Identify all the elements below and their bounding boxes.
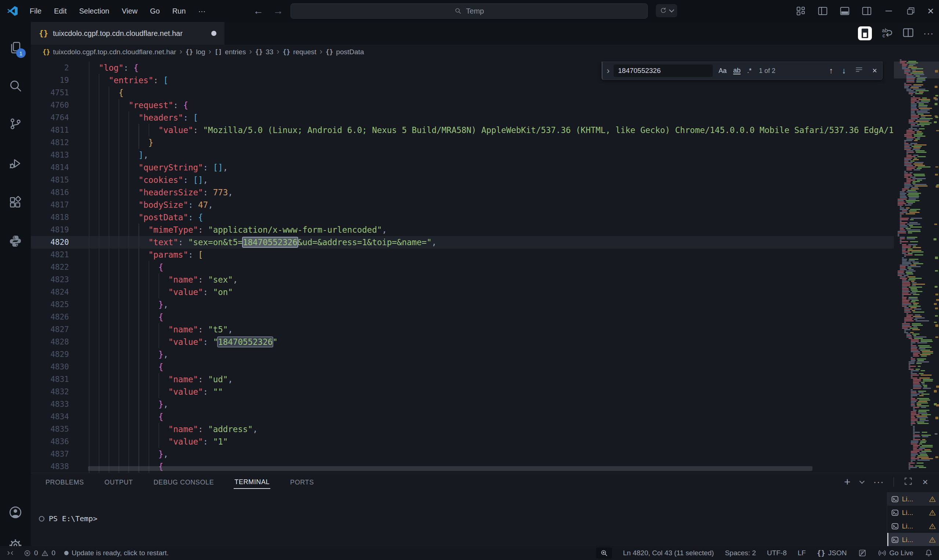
activity-source-control[interactable]: [0, 108, 31, 139]
activity-run-debug[interactable]: [0, 148, 31, 179]
code-line-4826[interactable]: 4826 {: [31, 311, 894, 323]
update-status[interactable]: Update is ready, click to restart.: [64, 549, 169, 557]
code-line-4811[interactable]: 4811 "value": "Mozilla/5.0 (Linux; Andro…: [31, 124, 894, 136]
line-number[interactable]: 4814: [31, 161, 69, 174]
toggle-sidebar-icon[interactable]: [817, 6, 828, 17]
line-number[interactable]: 4751: [31, 86, 69, 99]
line-number[interactable]: 4820: [31, 236, 69, 248]
toggle-secondary-sidebar-icon[interactable]: [861, 6, 872, 17]
menu-[interactable]: ···: [192, 5, 212, 18]
code-line-4829[interactable]: 4829 },: [31, 348, 894, 361]
menu-view[interactable]: View: [116, 5, 144, 18]
nav-forward-icon[interactable]: →: [273, 5, 283, 17]
breadcrumb-item[interactable]: {}33: [255, 48, 274, 56]
code-line-4816[interactable]: 4816 "headersSize": 773,: [31, 186, 894, 198]
code-line-4820[interactable]: 4820 "text": "sex=on&t5=18470552326&ud=&…: [31, 236, 894, 248]
code-line-4824[interactable]: 4824 "value": "on": [31, 286, 894, 298]
code-line-4830[interactable]: 4830 {: [31, 361, 894, 373]
line-number[interactable]: 4811: [31, 124, 69, 136]
panel-tab-problems[interactable]: PROBLEMS: [45, 476, 85, 489]
code-line-4813[interactable]: 4813 ],: [31, 149, 894, 161]
code-line-4817[interactable]: 4817 "bodySize": 47,: [31, 198, 894, 211]
line-number[interactable]: 4815: [31, 174, 69, 186]
line-number[interactable]: 4823: [31, 274, 69, 286]
breadcrumb-item[interactable]: {}postData: [326, 48, 364, 56]
code-line-4836[interactable]: 4836 "value": "1": [31, 435, 894, 448]
find-input[interactable]: 18470552326: [614, 65, 713, 77]
line-number[interactable]: 4824: [31, 286, 69, 298]
editor-more-actions-icon[interactable]: ···: [923, 28, 934, 39]
code-line-4814[interactable]: 4814 "queryString": [],: [31, 161, 894, 174]
language-status[interactable]: {} JSON: [817, 549, 847, 557]
line-number[interactable]: 4827: [31, 323, 69, 336]
editor-pane[interactable]: 2 "log": {19 "entries": [4751 {4760 "req…: [31, 59, 894, 473]
find-in-selection-icon[interactable]: [855, 65, 863, 76]
tab-modified-dot[interactable]: [211, 31, 216, 36]
whole-word-icon[interactable]: ab: [733, 67, 740, 74]
code-line-4835[interactable]: 4835 "name": "address",: [31, 423, 894, 435]
window-close-icon[interactable]: ×: [927, 5, 934, 17]
activity-extensions[interactable]: [0, 187, 31, 218]
custom-editor-toggle-icon[interactable]: [858, 26, 872, 40]
toggle-replace-chevron-icon[interactable]: ›: [603, 66, 614, 76]
terminal-list-item[interactable]: Li...: [887, 519, 939, 533]
panel-tab-terminal[interactable]: TERMINAL: [234, 475, 270, 489]
terminal-dropdown-chevron-icon[interactable]: [859, 478, 865, 484]
line-number[interactable]: 4829: [31, 348, 69, 361]
eol-status[interactable]: LF: [798, 549, 806, 557]
line-number[interactable]: 4764: [31, 111, 69, 124]
code-line-4751[interactable]: 4751 {: [31, 86, 894, 99]
line-number[interactable]: 4834: [31, 411, 69, 423]
line-number[interactable]: 4837: [31, 448, 69, 460]
code-line-4760[interactable]: 4760 "request": {: [31, 99, 894, 111]
code-line-4822[interactable]: 4822 {: [31, 261, 894, 274]
problems-status[interactable]: 0 0: [23, 549, 56, 557]
close-panel-icon[interactable]: ×: [922, 477, 928, 488]
panel-tab-output[interactable]: OUTPUT: [104, 476, 134, 489]
line-number[interactable]: 2: [31, 62, 69, 74]
window-restore-icon[interactable]: [905, 6, 916, 17]
menu-edit[interactable]: Edit: [48, 5, 72, 18]
menu-selection[interactable]: Selection: [73, 5, 116, 18]
code-line-4828[interactable]: 4828 "value": "18470552326": [31, 336, 894, 348]
word-wrap-icon[interactable]: abc: [881, 26, 893, 40]
menu-file[interactable]: File: [23, 5, 48, 18]
nav-back-icon[interactable]: ←: [253, 5, 264, 17]
previous-match-icon[interactable]: ↑: [829, 66, 833, 75]
code-line-4834[interactable]: 4834 {: [31, 411, 894, 423]
breadcrumb-item[interactable]: {}log: [186, 48, 205, 56]
account-icon[interactable]: [0, 497, 31, 528]
toggle-panel-icon[interactable]: [839, 6, 850, 17]
minimap[interactable]: [894, 59, 939, 473]
code-line-4831[interactable]: 4831 "name": "ud",: [31, 373, 894, 386]
code-lines[interactable]: 2 "log": {19 "entries": [4751 {4760 "req…: [31, 62, 894, 473]
code-line-4832[interactable]: 4832 "value": "": [31, 386, 894, 398]
go-live-status[interactable]: Go Live: [878, 549, 913, 557]
breadcrumb-item[interactable]: {}request: [283, 48, 316, 56]
panel-tab-ports[interactable]: PORTS: [290, 476, 315, 489]
match-case-icon[interactable]: Aa: [719, 67, 727, 75]
activity-python[interactable]: [0, 226, 31, 257]
line-number[interactable]: 4826: [31, 311, 69, 323]
menu-go[interactable]: Go: [144, 5, 166, 18]
indentation-status[interactable]: Spaces: 2: [725, 549, 756, 557]
zoom-status-icon[interactable]: [596, 548, 612, 558]
notifications-bell-icon[interactable]: [924, 549, 933, 557]
encoding-status[interactable]: UTF-8: [767, 549, 787, 557]
next-match-icon[interactable]: ↓: [842, 66, 846, 75]
code-line-4825[interactable]: 4825 },: [31, 298, 894, 311]
line-number[interactable]: 4833: [31, 398, 69, 411]
line-number[interactable]: 4828: [31, 336, 69, 348]
line-number[interactable]: 4836: [31, 435, 69, 448]
code-line-4815[interactable]: 4815 "cookies": [],: [31, 174, 894, 186]
terminal-list-item[interactable]: Li...: [887, 506, 939, 519]
line-number[interactable]: 4838: [31, 460, 69, 473]
code-line-4837[interactable]: 4837 },: [31, 448, 894, 460]
horizontal-scrollbar[interactable]: [88, 466, 813, 471]
cursor-position-status[interactable]: Ln 4820, Col 43 (11 selected): [623, 549, 714, 557]
breadcrumb-item[interactable]: []entries: [214, 48, 246, 56]
window-minimize-icon[interactable]: [883, 6, 894, 17]
maximize-panel-icon[interactable]: [904, 477, 913, 488]
code-line-4833[interactable]: 4833 },: [31, 398, 894, 411]
customize-layout-icon[interactable]: [795, 6, 806, 17]
